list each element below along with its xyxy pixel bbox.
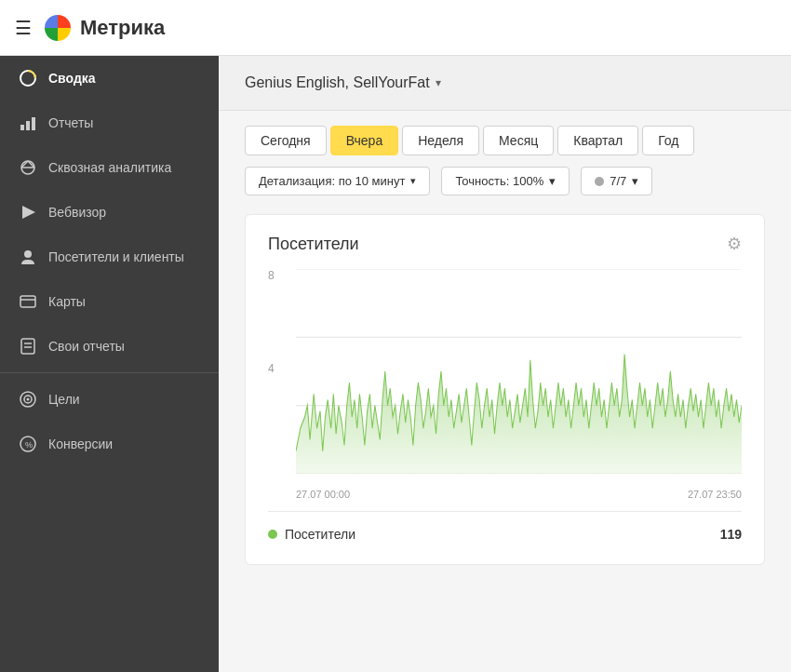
tab-month[interactable]: Месяц [483,126,554,155]
sidebar: Сводка Отчеты Сквозная аналитика Вебвизо… [0,56,219,672]
legend-label: Посетители [285,527,355,542]
legend-value: 119 [720,527,742,542]
accuracy-chevron-icon: ▾ [549,174,556,188]
segments-label: 7/7 [610,174,626,188]
svg-marker-25 [296,355,742,474]
segments-chevron-icon: ▾ [632,174,638,188]
tseli-icon [19,390,37,409]
svg-point-18 [27,398,30,401]
app-title: Метрика [80,16,165,40]
logo-icon [43,13,73,43]
sidebar-label-konversii: Конверсии [48,436,113,452]
chart-card: Посетители ⚙ 8 4 [245,214,765,565]
svg-point-10 [24,250,32,258]
posetiteli-icon [19,248,37,266]
site-selector: Genius English, SellYourFat ▾ [219,56,791,111]
legend-dot-icon [268,530,277,539]
chart-svg [296,269,742,474]
main-layout: Сводка Отчеты Сквозная аналитика Вебвизо… [0,56,791,672]
tab-quarter[interactable]: Квартал [557,126,638,155]
sidebar-label-posetiteli: Посетители и клиенты [48,249,184,265]
accuracy-button[interactable]: Точность: 100% ▾ [441,167,570,195]
svg-rect-2 [20,125,24,130]
svoi-icon [19,337,37,356]
sidebar-label-otchety: Отчеты [48,114,93,131]
legend-row: Посетители 119 [268,523,742,545]
otchety-icon [19,114,37,132]
site-selector-label: Genius English, SellYourFat [245,74,430,91]
chevron-down-icon: ▾ [436,76,441,89]
sidebar-item-otchety[interactable]: Отчеты [0,101,219,145]
sidebar-item-vebvizor[interactable]: Вебвизор [0,190,219,235]
chart-x-labels: 27.07 00:00 27.07 23:50 [268,489,742,500]
sidebar-label-vebvizor: Вебвизор [48,204,106,221]
detail-label: Детализация: по 10 минут [259,174,405,188]
sidebar-label-svoi: Свои отчеты [48,338,125,355]
tab-week[interactable]: Неделя [402,126,479,155]
y-label-8: 8 [268,269,275,282]
legend-left: Посетители [268,527,355,542]
sidebar-divider [0,372,219,373]
sidebar-item-svoi[interactable]: Свои отчеты [0,324,219,369]
filter-row: Детализация: по 10 минут ▾ Точность: 100… [245,167,765,195]
gear-icon[interactable]: ⚙ [727,234,742,254]
svg-rect-4 [32,117,35,130]
tab-yesterday[interactable]: Вчера [330,126,399,155]
svg-rect-3 [26,121,30,130]
tab-year[interactable]: Год [642,126,694,155]
chart-header: Посетители ⚙ [268,234,742,254]
sidebar-label-svodka: Сводка [48,70,96,87]
period-tabs: Сегодня Вчера Неделя Месяц Квартал Год [245,126,765,155]
detail-button[interactable]: Детализация: по 10 минут ▾ [245,167,430,195]
site-selector-button[interactable]: Genius English, SellYourFat ▾ [245,74,441,91]
x-label-end: 27.07 23:50 [688,489,742,500]
svg-rect-13 [21,339,34,354]
chart-y-labels: 8 4 [268,269,275,474]
vebvizor-icon [19,203,37,222]
sidebar-item-skvoznaya[interactable]: Сквозная аналитика [0,145,219,190]
x-label-start: 27.07 00:00 [296,489,350,500]
top-header: ☰ Метрика [0,0,791,56]
svg-marker-9 [22,206,35,219]
y-label-4: 4 [268,362,275,375]
sidebar-label-tseli: Цели [48,391,80,408]
sidebar-item-tseli[interactable]: Цели [0,377,219,422]
hamburger-icon[interactable]: ☰ [15,17,32,39]
chart-area: 8 4 [268,269,742,474]
svg-text:%: % [25,440,33,450]
sidebar-item-svodka[interactable]: Сводка [0,56,219,101]
detail-chevron-icon: ▾ [410,175,416,187]
segments-dot-icon [595,177,604,186]
sidebar-label-karty: Карты [48,293,86,310]
filters-bar: Сегодня Вчера Неделя Месяц Квартал Год Д… [219,111,791,207]
sidebar-item-karty[interactable]: Карты [0,279,219,324]
svg-rect-11 [20,296,35,307]
chart-canvas [296,269,742,474]
skvoznaya-icon [19,158,37,177]
svodka-icon [19,69,37,87]
sidebar-label-skvoznaya: Сквозная аналитика [48,159,171,176]
segments-button[interactable]: 7/7 ▾ [581,167,652,195]
chart-title: Посетители [268,235,359,254]
content-area: Genius English, SellYourFat ▾ Сегодня Вч… [219,56,791,672]
accuracy-label: Точность: 100% [455,174,543,188]
konversii-icon: % [19,435,37,453]
sidebar-item-konversii[interactable]: % Конверсии [0,422,219,466]
karty-icon [19,292,37,311]
tab-today[interactable]: Сегодня [245,126,327,155]
chart-divider [268,511,742,512]
sidebar-item-posetiteli[interactable]: Посетители и клиенты [0,235,219,279]
